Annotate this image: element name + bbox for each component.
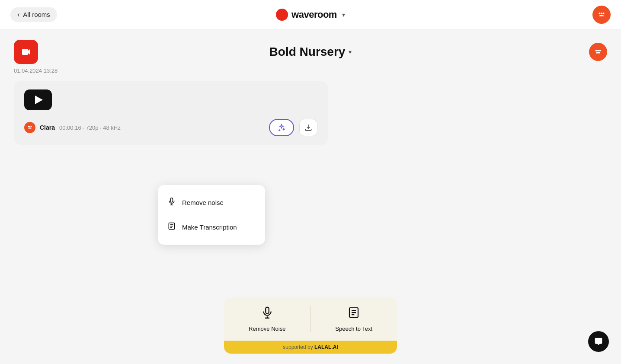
bottom-panel-content: Remove Noise Speech to Text [224,297,397,341]
back-label: All rooms [23,11,50,18]
chat-button[interactable] [588,331,609,352]
bottom-remove-noise-label: Remove Noise [249,326,285,332]
recording-stats: 00:00:16 · 720p · 48 kHz [59,125,121,131]
session-title-chevron-icon: ▾ [349,48,352,55]
bottom-speech-to-text-label: Speech to Text [335,326,372,332]
bottom-panel-footer: supported by LALAL.AI [224,341,397,354]
session-title-area: Bold Nursery ▾ [269,45,352,59]
bottom-transcription-icon [347,306,360,322]
logo-dot [276,9,288,21]
bottom-speech-to-text[interactable]: Speech to Text [311,297,397,341]
main-content: Bold Nursery ▾ 01.04.2024 13:28 Clara 00… [0,29,621,155]
logo-chevron-icon: ▾ [342,11,345,18]
logo-area: waveroom ▾ [276,9,345,21]
footer-brand: LALAL.AI [314,344,338,350]
back-button[interactable]: ‹ All rooms [10,7,57,22]
remove-noise-label: Remove noise [182,199,224,206]
recording-info: Clara 00:00:16 · 720p · 48 kHz [24,122,121,133]
dropdown-remove-noise[interactable]: Remove noise [158,190,265,215]
top-avatar-button[interactable] [592,6,611,24]
footer-text: supported by [283,344,314,350]
user-name: Clara [40,124,55,131]
make-transcription-label: Make Transcription [182,224,237,231]
dropdown-menu: Remove noise Make Transcription [158,185,265,245]
session-date: 01.04.2024 13:28 [14,67,607,74]
play-button[interactable] [24,89,52,110]
bottom-remove-noise[interactable]: Remove Noise [224,297,310,341]
record-button[interactable] [14,40,38,64]
logo-text: waveroom [291,9,337,20]
svg-rect-0 [22,49,28,55]
play-icon [35,96,43,104]
session-avatar-button[interactable] [589,43,607,61]
chevron-left-icon: ‹ [17,11,19,19]
dropdown-transcription[interactable]: Make Transcription [158,215,265,239]
recording-meta: Clara 00:00:16 · 720p · 48 kHz [24,119,317,136]
recording-card: Clara 00:00:16 · 720p · 48 kHz [14,81,328,145]
microphone-icon [167,197,176,208]
recording-actions [269,119,317,136]
session-title: Bold Nursery [269,45,346,59]
top-nav: ‹ All rooms waveroom ▾ [0,0,621,29]
bottom-microphone-icon [261,306,274,322]
transcription-icon [167,222,176,233]
bottom-panel: Remove Noise Speech to Text supported by… [224,297,397,354]
download-button[interactable] [299,119,317,136]
magic-button[interactable] [269,119,294,136]
user-avatar [24,122,35,133]
svg-rect-1 [171,198,173,202]
session-header: Bold Nursery ▾ [14,40,607,64]
svg-rect-6 [266,307,269,314]
